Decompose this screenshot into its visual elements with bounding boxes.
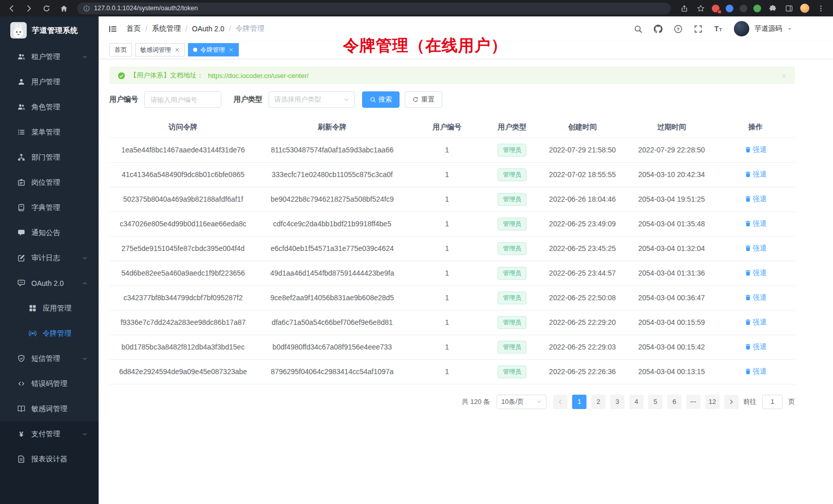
fullscreen-button[interactable] xyxy=(692,23,704,34)
extension-4-button[interactable] xyxy=(753,5,761,12)
user-icon xyxy=(17,78,25,86)
sidebar-item-post[interactable]: 岗位管理 xyxy=(0,170,99,195)
goto-page-input[interactable] xyxy=(762,395,783,409)
page-size-select[interactable]: 10条/页 xyxy=(497,395,546,409)
force-logout-button[interactable]: 强退 xyxy=(745,268,767,278)
sidebar-item-audit-log[interactable]: 审计日志 xyxy=(0,245,99,270)
breadcrumb-item[interactable]: OAuth 2.0 xyxy=(192,25,224,33)
github-button[interactable] xyxy=(652,23,664,34)
force-logout-button[interactable]: 强退 xyxy=(745,195,767,204)
back-button[interactable] xyxy=(6,3,16,13)
sidebar-item-dept[interactable]: 部门管理 xyxy=(0,145,99,170)
sidebar-item-error-code[interactable]: 错误码管理 xyxy=(0,371,99,396)
trash-icon xyxy=(745,220,751,227)
sidebar-item-oauth2[interactable]: OAuth 2.0 xyxy=(0,270,99,296)
sidebar-item-oauth2-token[interactable]: 令牌管理 xyxy=(0,321,99,346)
extension-2-button[interactable] xyxy=(726,5,733,12)
user-avatar[interactable] xyxy=(734,21,749,36)
token-table: 访问令牌刷新令牌用户编号用户类型创建时间过期时间操作 1ea5e44f8bc14… xyxy=(109,117,795,384)
create-time-cell: 2022-06-25 22:29:03 xyxy=(538,335,627,359)
sidebar-item-sensitive-word[interactable]: 敏感词管理 xyxy=(0,396,99,421)
action-cell: 强退 xyxy=(716,310,795,335)
more-button[interactable] xyxy=(816,3,826,13)
search-button[interactable]: 搜索 xyxy=(362,91,400,108)
trash-icon xyxy=(745,319,751,325)
forward-button[interactable] xyxy=(24,3,34,13)
share-button[interactable] xyxy=(679,3,689,13)
sidebar-item-user[interactable]: 用户管理 xyxy=(0,69,99,94)
sidebar-item-sms[interactable]: 短信管理 xyxy=(0,346,99,371)
alert-close-icon[interactable] xyxy=(781,73,787,79)
forward-icon xyxy=(25,5,33,12)
sidebar-item-label: 岗位管理 xyxy=(31,178,87,187)
url-bar[interactable]: 127.0.0.1:1024/system/oauth2/token xyxy=(77,3,671,14)
force-logout-button[interactable]: 强退 xyxy=(745,170,767,179)
sidebar-item-tenant[interactable]: 租户管理 xyxy=(0,44,99,69)
sidebar-item-report-designer[interactable]: 报表设计器 xyxy=(0,447,99,472)
profile-button[interactable] xyxy=(800,4,809,13)
help-button[interactable]: ? xyxy=(672,23,684,34)
reset-button[interactable]: 重置 xyxy=(405,91,442,108)
page-2-button[interactable]: 2 xyxy=(591,395,605,409)
home-icon xyxy=(60,5,68,12)
panel-button[interactable] xyxy=(784,3,794,13)
sidebar-item-oauth2-app[interactable]: 应用管理 xyxy=(0,296,99,321)
force-logout-button[interactable]: 强退 xyxy=(745,244,767,253)
extension-1-button[interactable] xyxy=(712,5,720,12)
user-menu-caret-icon[interactable] xyxy=(787,27,792,31)
chat-icon xyxy=(17,279,25,287)
breadcrumb-item[interactable]: 首页 xyxy=(126,24,141,33)
reload-button[interactable] xyxy=(41,3,51,13)
sidebar-item-notice[interactable]: 通知公告 xyxy=(0,220,99,245)
sidebar-item-pay[interactable]: ¥支付管理 xyxy=(0,421,99,447)
next-page-button[interactable] xyxy=(724,395,739,409)
force-logout-button[interactable]: 强退 xyxy=(745,219,767,228)
close-icon[interactable] xyxy=(229,47,234,52)
goto-label: 前往 xyxy=(743,397,756,406)
user-type-cell: 管理员 xyxy=(486,236,538,261)
sidebar-item-menu[interactable]: 菜单管理 xyxy=(0,120,99,145)
table-row: 54d6be82ee5a460a9aedc1f9bf22365649d1aa46… xyxy=(109,261,795,285)
force-logout-button[interactable]: 强退 xyxy=(745,342,767,352)
svg-text:?: ? xyxy=(676,26,679,31)
sidebar-item-dict[interactable]: 字典管理 xyxy=(0,195,99,220)
force-logout-button[interactable]: 强退 xyxy=(745,145,767,154)
page-3-button[interactable]: 3 xyxy=(610,395,624,409)
font-size-button[interactable]: TT xyxy=(712,23,724,34)
tab-home[interactable]: 首页 xyxy=(109,43,132,56)
access-token-cell: c342377bf8b344799dcbf7bf095287f2 xyxy=(109,285,257,310)
collapse-sidebar-button[interactable] xyxy=(107,23,118,34)
tab-sensitive-word[interactable]: 敏感词管理 xyxy=(135,43,185,56)
force-logout-button[interactable]: 强退 xyxy=(745,318,767,327)
table-row: 1ea5e44f8bc1467aaede43144f31de76811c5304… xyxy=(109,138,795,162)
app-logo[interactable]: 芋道管理系统 xyxy=(0,16,99,44)
page-list: 123456•••12 xyxy=(572,395,720,409)
sidebar-item-label: OAuth 2.0 xyxy=(31,279,82,287)
puzzle-button[interactable] xyxy=(767,3,778,13)
user-id-input[interactable] xyxy=(144,91,221,108)
tab-token[interactable]: 令牌管理 xyxy=(188,43,239,56)
sidebar: 芋道管理系统 租户管理用户管理角色管理菜单管理部门管理岗位管理字典管理通知公告审… xyxy=(0,16,99,504)
extension-3-button[interactable] xyxy=(740,5,747,12)
page-1-button[interactable]: 1 xyxy=(572,395,586,409)
prev-page-button[interactable] xyxy=(553,395,567,409)
page-4-button[interactable]: 4 xyxy=(629,395,643,409)
force-logout-button[interactable]: 强退 xyxy=(745,367,767,376)
alert-link[interactable]: https://doc.iocoder.cn/user-center/ xyxy=(208,72,309,80)
home-button[interactable] xyxy=(59,3,69,13)
sidebar-item-role[interactable]: 角色管理 xyxy=(0,94,99,120)
page-12-button[interactable]: 12 xyxy=(705,395,720,409)
force-logout-button[interactable]: 强退 xyxy=(745,293,767,302)
user-type-select[interactable]: 请选择用户类型 xyxy=(269,91,355,108)
search-button[interactable] xyxy=(632,23,643,34)
url-text: 127.0.0.1:1024/system/oauth2/token xyxy=(94,5,198,12)
page-6-button[interactable]: 6 xyxy=(667,395,681,409)
star-button[interactable] xyxy=(695,3,706,13)
close-icon[interactable] xyxy=(175,47,180,52)
alert-text: 【用户体系】文档地址： xyxy=(130,71,203,80)
sidebar-item-label: 菜单管理 xyxy=(31,128,87,137)
page-more-button[interactable]: ••• xyxy=(686,395,701,409)
page-5-button[interactable]: 5 xyxy=(648,395,662,409)
breadcrumb-item[interactable]: 系统管理 xyxy=(152,24,181,33)
site-info-icon[interactable] xyxy=(83,5,90,12)
